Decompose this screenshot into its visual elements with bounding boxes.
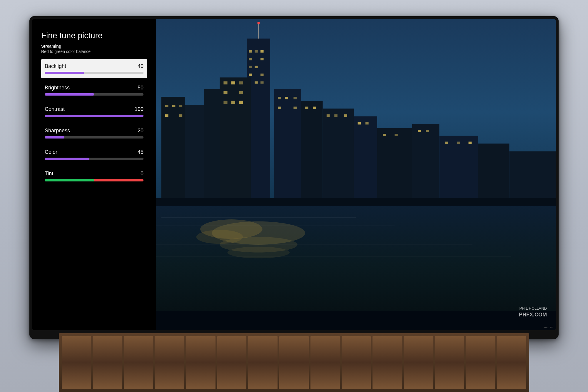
svg-rect-43 (278, 97, 281, 99)
sharpness-value: 20 (138, 128, 143, 134)
svg-rect-28 (172, 105, 176, 107)
settings-item-brightness[interactable]: Brightness 50 (41, 81, 147, 100)
svg-rect-57 (418, 130, 421, 132)
svg-rect-54 (365, 122, 369, 124)
svg-rect-24 (161, 97, 185, 202)
svg-rect-27 (165, 105, 168, 107)
menu-subtitle-bold: Streaming (41, 44, 147, 49)
brightness-slider-track[interactable] (45, 93, 143, 96)
color-value: 45 (138, 149, 143, 155)
svg-rect-59 (445, 142, 448, 144)
svg-rect-5 (255, 50, 258, 53)
cabinet-slat (217, 336, 247, 389)
contrast-value: 100 (135, 106, 143, 112)
svg-rect-19 (223, 91, 227, 94)
tv-screen: Fine tune picture Streaming Red to green… (32, 19, 556, 330)
tint-slider-track[interactable] (45, 179, 143, 181)
svg-rect-38 (439, 136, 478, 202)
svg-rect-18 (239, 81, 243, 85)
menu-subtitle-light: Red to green color balance (41, 49, 147, 54)
cabinet-slat (404, 336, 433, 389)
svg-rect-61 (469, 142, 472, 144)
svg-rect-4 (249, 50, 252, 53)
brightness-value: 50 (138, 85, 143, 91)
svg-rect-30 (165, 114, 168, 117)
svg-rect-32 (274, 89, 301, 202)
sharpness-label: Sharpness (45, 128, 70, 134)
settings-item-sharpness[interactable]: Sharpness 20 (41, 124, 147, 143)
cabinet (59, 333, 529, 392)
menu-title: Fine tune picture (41, 31, 147, 40)
svg-rect-74 (156, 311, 556, 330)
cabinet-slat (155, 336, 184, 389)
svg-rect-17 (231, 81, 235, 85)
svg-rect-31 (179, 114, 183, 117)
cabinet-slat (62, 336, 91, 389)
watermark-photographer: PHIL HOLLAND (519, 306, 547, 311)
svg-rect-7 (249, 58, 252, 60)
svg-rect-48 (305, 107, 308, 109)
svg-rect-47 (293, 107, 297, 109)
svg-rect-39 (478, 144, 510, 202)
color-label: Color (45, 149, 57, 155)
settings-item-backlight[interactable]: Backlight 40 (41, 59, 147, 78)
contrast-slider-track[interactable] (45, 115, 143, 117)
svg-rect-56 (395, 134, 398, 136)
svg-rect-14 (260, 81, 264, 84)
cabinet-slat (248, 336, 278, 389)
svg-rect-11 (249, 74, 252, 76)
svg-rect-12 (260, 74, 264, 76)
svg-rect-22 (231, 101, 235, 104)
svg-point-65 (228, 247, 290, 258)
watermark-url: PHFX.COM (519, 311, 547, 318)
svg-rect-33 (301, 101, 323, 202)
svg-rect-10 (255, 66, 258, 68)
svg-rect-55 (383, 134, 386, 136)
svg-rect-34 (323, 109, 354, 202)
sharpness-slider-track[interactable] (45, 136, 143, 139)
svg-rect-15 (220, 77, 251, 202)
svg-rect-58 (426, 130, 429, 132)
brightness-label: Brightness (45, 85, 70, 91)
backlight-slider-fill (45, 72, 84, 74)
svg-rect-36 (377, 128, 412, 202)
svg-rect-13 (255, 81, 258, 84)
svg-rect-26 (204, 89, 220, 202)
brightness-slider-fill (45, 93, 94, 96)
svg-rect-9 (249, 66, 252, 68)
svg-rect-46 (278, 107, 281, 109)
backlight-value: 40 (138, 63, 143, 69)
backlight-slider-track[interactable] (45, 72, 143, 74)
room-background: Fine tune picture Streaming Red to green… (0, 0, 588, 392)
tint-label: Tint (45, 171, 53, 177)
settings-item-tint[interactable]: Tint 0 (41, 166, 147, 186)
color-slider-fill (45, 158, 89, 160)
svg-rect-73 (156, 198, 556, 206)
tv-frame: Fine tune picture Streaming Red to green… (29, 16, 559, 339)
menu-panel: Fine tune picture Streaming Red to green… (32, 19, 156, 330)
svg-rect-16 (223, 81, 227, 85)
backlight-label: Backlight (45, 63, 66, 69)
tint-value: 0 (141, 171, 143, 177)
svg-rect-52 (344, 114, 347, 117)
sharpness-slider-fill (45, 136, 64, 139)
cabinet-slat (124, 336, 153, 389)
cabinet-slat (186, 336, 216, 389)
cabinet-slat (93, 336, 122, 389)
svg-point-67 (196, 230, 243, 244)
settings-item-contrast[interactable]: Contrast 100 (41, 102, 147, 121)
svg-rect-60 (457, 142, 460, 144)
contrast-label: Contrast (45, 106, 65, 112)
svg-rect-20 (239, 91, 243, 94)
cabinet-slat (342, 336, 371, 389)
svg-rect-45 (293, 97, 297, 99)
city-skyline-svg (156, 19, 556, 330)
contrast-slider-fill (45, 115, 143, 117)
cabinet-slat (497, 336, 526, 389)
color-slider-track[interactable] (45, 158, 143, 160)
cabinet-slats (59, 333, 529, 392)
settings-item-color[interactable]: Color 45 (41, 145, 147, 164)
cabinet-slat (466, 336, 495, 389)
svg-rect-40 (509, 151, 556, 202)
svg-rect-21 (223, 101, 227, 104)
